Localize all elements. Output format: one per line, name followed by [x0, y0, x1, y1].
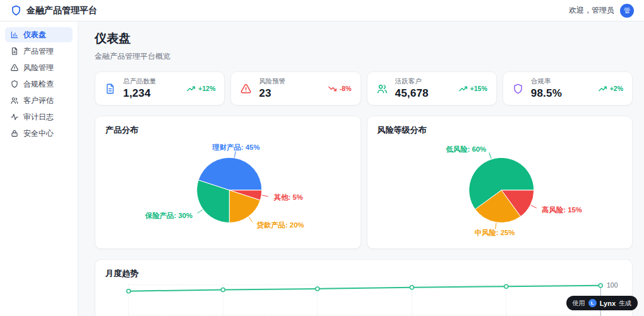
trend-line — [129, 286, 601, 291]
badge-brand: Lynx — [600, 300, 616, 307]
sidebar-item-0[interactable]: 仪表盘 — [5, 27, 73, 42]
sidebar-item-label: 合规检查 — [23, 79, 54, 90]
stat-trend: +2% — [599, 85, 623, 92]
pie-label-leader — [249, 217, 253, 222]
stats-row: 总产品数量 1,234 +12% 风险预警 23 -8% 活跃客户 45,678… — [95, 71, 633, 106]
file-text-icon — [10, 47, 19, 56]
stat-value: 98.5% — [531, 87, 562, 100]
sidebar-item-label: 客户评估 — [23, 95, 54, 106]
stat-label: 总产品数量 — [123, 77, 157, 86]
pie-slice-label: 理财产品: 45% — [212, 143, 259, 151]
monthly-trend-line-chart[interactable] — [95, 260, 632, 316]
alert-triangle-icon — [10, 63, 19, 72]
product-distribution-card: 产品分布 理财产品: 45%其他: 5%贷款产品: 20%保险产品: 30% — [95, 116, 361, 249]
y-axis-max-label: 100 — [607, 281, 618, 289]
sidebar-item-1[interactable]: 产品管理 — [5, 44, 73, 59]
activity-icon — [10, 112, 19, 121]
pie-slice-label: 贷款产品: 20% — [256, 221, 304, 229]
data-point[interactable] — [599, 284, 602, 288]
shield-logo-icon — [10, 4, 22, 16]
page-subtitle: 金融产品管理平台概览 — [95, 51, 633, 62]
pie-label-leader — [489, 153, 491, 159]
sidebar-item-label: 产品管理 — [23, 46, 54, 57]
trending-up-icon — [599, 85, 607, 92]
main-content: 仪表盘 金融产品管理平台概览 总产品数量 1,234 +12% 风险预警 23 … — [78, 21, 644, 316]
pie-slice-label: 低风险: 60% — [445, 145, 486, 153]
pie-slice-label: 高风险: 15% — [542, 205, 582, 214]
sidebar-item-2[interactable]: 风险管理 — [5, 60, 73, 75]
data-point[interactable] — [316, 287, 319, 291]
data-point[interactable] — [127, 289, 131, 293]
stat-card-2: 活跃客户 45,678 +15% — [367, 71, 497, 106]
stat-value: 1,234 — [123, 87, 157, 100]
lock-icon — [10, 129, 19, 138]
stat-value: 23 — [259, 87, 285, 100]
stat-card-0: 总产品数量 1,234 +12% — [95, 71, 225, 106]
pie-label-leader — [234, 151, 236, 157]
pie-slice-label: 保险产品: 30% — [145, 212, 193, 219]
sidebar-item-6[interactable]: 安全中心 — [5, 126, 73, 141]
sidebar-item-label: 审计日志 — [23, 112, 54, 123]
pie-label-leader — [198, 210, 203, 214]
trending-up-icon — [187, 85, 196, 92]
app-header: 金融产品管理平台 欢迎，管理员 管 — [0, 0, 644, 21]
pie-slice-label: 中风险: 25% — [474, 229, 515, 236]
file-text-icon — [104, 83, 116, 95]
stat-trend: -8% — [328, 85, 352, 92]
page-title: 仪表盘 — [95, 30, 633, 47]
alert-triangle-icon — [240, 83, 252, 95]
stat-label: 活跃客户 — [395, 77, 429, 86]
data-point[interactable] — [221, 288, 225, 291]
users-icon — [10, 96, 19, 105]
bar-chart-icon — [10, 30, 19, 39]
user-avatar[interactable]: 管 — [620, 4, 634, 18]
badge-prefix: 使用 — [573, 299, 585, 308]
stat-card-3: 合规率 98.5% +2% — [503, 71, 633, 106]
data-point[interactable] — [504, 284, 508, 288]
badge-suffix: 生成 — [619, 299, 631, 308]
sidebar-item-3[interactable]: 合规检查 — [5, 76, 73, 92]
sidebar-item-label: 仪表盘 — [23, 30, 46, 40]
risk-level-distribution-card: 风险等级分布 低风险: 60%高风险: 15%中风险: 25% — [367, 116, 633, 249]
brand: 金融产品管理平台 — [10, 4, 97, 16]
stat-label: 风险预警 — [259, 77, 285, 86]
pie-label-leader — [495, 223, 496, 229]
sidebar-item-4[interactable]: 客户评估 — [5, 93, 73, 108]
trending-down-icon — [328, 85, 337, 92]
data-point[interactable] — [410, 286, 414, 289]
pie-label-leader — [530, 205, 536, 208]
welcome-text: 欢迎，管理员 — [569, 5, 614, 16]
trending-up-icon — [459, 85, 468, 92]
app-title: 金融产品管理平台 — [27, 5, 97, 16]
sidebar-item-label: 安全中心 — [23, 128, 54, 139]
sidebar-item-5[interactable]: 审计日志 — [5, 109, 73, 125]
sidebar-item-label: 风险管理 — [23, 63, 54, 73]
shield-icon — [512, 83, 524, 95]
sidebar: 仪表盘产品管理风险管理合规检查客户评估审计日志安全中心 — [0, 21, 78, 316]
stat-trend: +12% — [187, 85, 215, 92]
lynx-logo-icon: L — [588, 299, 597, 307]
monthly-trend-card: 月度趋势 100 — [95, 259, 633, 316]
stat-card-1: 风险预警 23 -8% — [230, 71, 361, 106]
shield-icon — [10, 80, 19, 88]
charts-row: 产品分布 理财产品: 45%其他: 5%贷款产品: 20%保险产品: 30% 风… — [95, 116, 633, 249]
pie-label-leader — [262, 195, 268, 197]
stat-value: 45,678 — [395, 87, 429, 100]
stat-label: 合规率 — [531, 77, 562, 86]
stat-trend: +15% — [459, 85, 487, 92]
users-icon — [376, 83, 388, 95]
pie-slice-label: 其他: 5% — [273, 193, 303, 202]
risk-level-pie-chart[interactable]: 低风险: 60%高风险: 15%中风险: 25% — [367, 116, 633, 248]
product-distribution-pie-chart[interactable]: 理财产品: 45%其他: 5%贷款产品: 20%保险产品: 30% — [95, 116, 361, 248]
generator-badge[interactable]: 使用 L Lynx 生成 — [566, 296, 638, 310]
